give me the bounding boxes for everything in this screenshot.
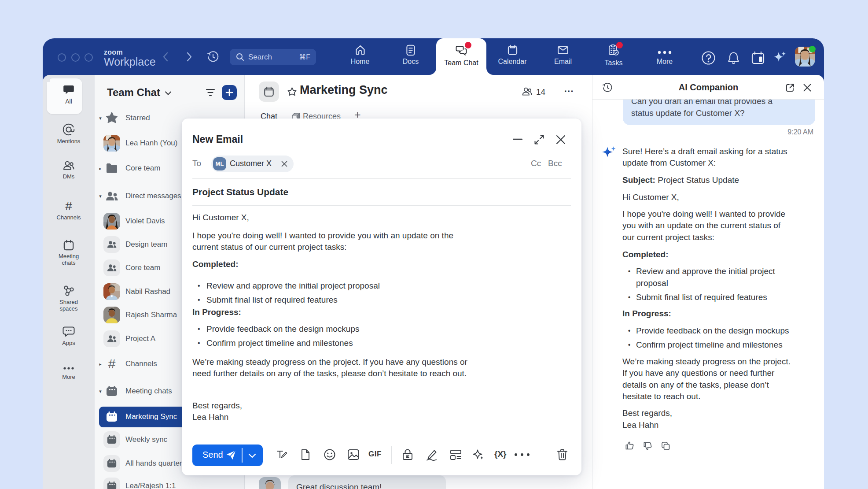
svg-text:#: # (65, 200, 72, 212)
